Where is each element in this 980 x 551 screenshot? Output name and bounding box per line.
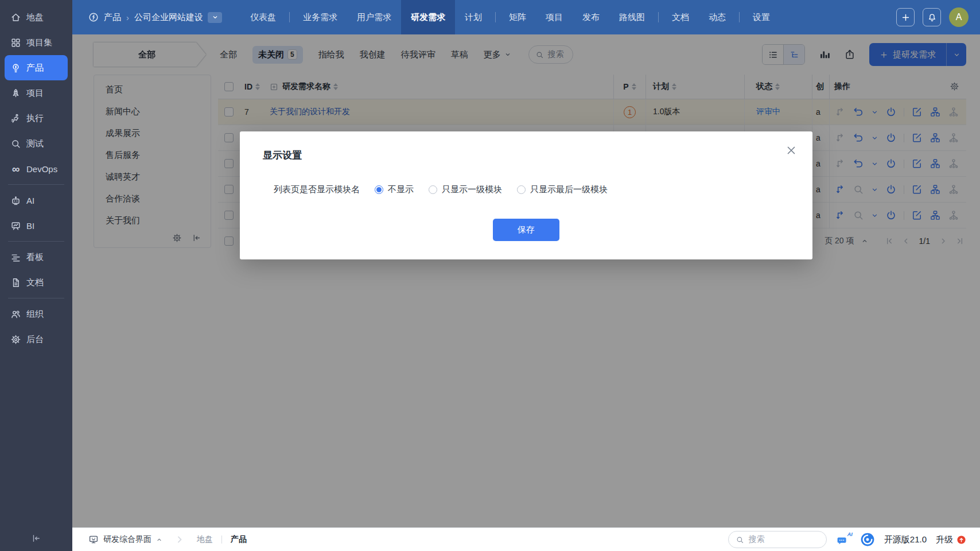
radio-last-level-module[interactable]: 只显示最后一级模块 xyxy=(517,184,608,195)
ai-assistant-icon[interactable]: AI xyxy=(836,533,851,546)
content-area: 全部 全部 未关闭5 指给我 我创建 待我评审 草稿 更多 搜索 xyxy=(72,34,980,527)
navbar-actions: A xyxy=(896,7,969,27)
chevron-up-icon xyxy=(156,537,162,543)
tab-doc[interactable]: 文档 xyxy=(662,0,699,34)
sidebar-item-kanban[interactable]: 看板 xyxy=(5,245,68,270)
radio-icon xyxy=(375,185,383,194)
sidebar-item-org[interactable]: 组织 xyxy=(5,301,68,327)
sidebar-item-project[interactable]: 项目 xyxy=(5,80,68,106)
sidebar-item-qa[interactable]: 测试 xyxy=(5,131,68,156)
qa-magnifier-icon xyxy=(10,138,21,149)
sidebar-divider xyxy=(8,241,64,242)
people-icon xyxy=(10,309,21,320)
field-label: 列表页是否显示模块名 xyxy=(274,184,360,195)
save-button[interactable]: 保存 xyxy=(493,219,559,241)
sidebar-item-home[interactable]: 地盘 xyxy=(5,5,68,30)
close-icon[interactable] xyxy=(785,144,798,157)
notifications-button[interactable] xyxy=(923,8,941,26)
zentao-app: 地盘 项目集 产品 项目 执行 测试 ∞DevOps AI BI 看板 文档 组… xyxy=(0,0,980,551)
gear-icon xyxy=(10,334,21,345)
tab-dynamics[interactable]: 动态 xyxy=(699,0,736,34)
sidebar-item-execution[interactable]: 执行 xyxy=(5,106,68,131)
execution-runner-icon xyxy=(10,113,21,124)
search-icon xyxy=(736,536,744,544)
monitor-icon xyxy=(88,534,99,545)
tab-project[interactable]: 项目 xyxy=(536,0,573,34)
project-switcher-chevron[interactable] xyxy=(208,12,222,23)
radio-label: 只显示最后一级模块 xyxy=(530,184,608,195)
app-switcher[interactable]: 研发综合界面 xyxy=(88,534,162,545)
sidebar-item-label: 执行 xyxy=(26,113,44,124)
sidebar-item-label: 项目集 xyxy=(26,37,52,48)
tab-matrix[interactable]: 矩阵 xyxy=(499,0,536,34)
upgrade-link[interactable]: 升级 xyxy=(936,534,966,545)
tab-user-requirements[interactable]: 用户需求 xyxy=(347,0,401,34)
project-rocket-icon xyxy=(10,88,21,99)
radio-icon xyxy=(517,185,526,194)
sidebar-item-product[interactable]: 产品 xyxy=(5,55,68,80)
sidebar-item-program[interactable]: 项目集 xyxy=(5,30,68,55)
sidebar-item-admin[interactable]: 后台 xyxy=(5,327,68,352)
bottom-crumb-product[interactable]: 产品 xyxy=(231,534,247,545)
sidebar-item-label: 组织 xyxy=(26,309,44,320)
bottom-bar: 研发综合界面 地盘 产品 搜索 AI 开源版21.0 升级 xyxy=(72,527,980,551)
plus-icon xyxy=(901,13,911,22)
upgrade-badge-icon xyxy=(956,535,966,545)
tab-divider xyxy=(658,12,659,22)
crumb-divider xyxy=(221,536,222,544)
sidebar-item-label: BI xyxy=(26,221,34,231)
modal-overlay[interactable] xyxy=(72,34,980,527)
main-sidebar: 地盘 项目集 产品 项目 执行 测试 ∞DevOps AI BI 看板 文档 组… xyxy=(0,0,72,551)
navbar-tabs: 仪表盘 业务需求 用户需求 研发需求 计划 矩阵 项目 发布 路线图 文档 动态… xyxy=(240,0,896,34)
radio-label: 只显示一级模块 xyxy=(442,184,502,195)
tab-settings[interactable]: 设置 xyxy=(743,0,780,34)
collapse-left-icon[interactable] xyxy=(31,533,41,544)
chevron-down-icon xyxy=(212,14,219,21)
kanban-icon xyxy=(10,252,21,263)
radio-icon xyxy=(429,185,437,194)
global-create-button[interactable] xyxy=(896,8,915,26)
zentao-logo-icon[interactable] xyxy=(860,532,875,547)
bottom-crumb-home[interactable]: 地盘 xyxy=(197,534,213,545)
sidebar-item-label: 测试 xyxy=(26,138,44,149)
sidebar-divider xyxy=(8,298,64,298)
sidebar-item-label: AI xyxy=(26,196,34,205)
sidebar-item-label: 看板 xyxy=(26,252,44,263)
sidebar-item-devops[interactable]: ∞DevOps xyxy=(5,156,68,181)
tab-dashboard[interactable]: 仪表盘 xyxy=(240,0,286,34)
robot-icon xyxy=(10,195,21,206)
global-search-input[interactable]: 搜索 xyxy=(728,531,827,548)
doc-icon xyxy=(10,277,21,288)
breadcrumb-section[interactable]: 产品 xyxy=(104,12,121,23)
tab-divider xyxy=(495,12,496,22)
sidebar-item-doc[interactable]: 文档 xyxy=(5,270,68,295)
sidebar-item-label: 地盘 xyxy=(26,12,44,23)
modal-title: 显示设置 xyxy=(263,149,302,162)
tab-business-requirements[interactable]: 业务需求 xyxy=(293,0,347,34)
radio-no-display[interactable]: 不显示 xyxy=(375,184,414,195)
sidebar-item-label: 产品 xyxy=(26,63,44,73)
version-label: 开源版21.0 xyxy=(884,534,927,545)
product-bulb-icon xyxy=(10,63,21,73)
infinity-icon: ∞ xyxy=(10,164,21,174)
sidebar-item-ai[interactable]: AI xyxy=(5,188,68,213)
tab-roadmap[interactable]: 路线图 xyxy=(609,0,655,34)
avatar[interactable]: A xyxy=(949,7,969,27)
sidebar-item-label: 后台 xyxy=(26,334,44,345)
sidebar-item-label: DevOps xyxy=(26,164,57,174)
sidebar-item-bi[interactable]: BI xyxy=(5,213,68,238)
bi-board-icon xyxy=(10,220,21,231)
bell-icon xyxy=(927,13,937,22)
upgrade-label: 升级 xyxy=(936,534,953,545)
home-icon xyxy=(10,12,21,23)
sidebar-item-label: 文档 xyxy=(26,277,44,288)
breadcrumb: 产品 › 公司企业网站建设 xyxy=(88,11,222,23)
tab-divider xyxy=(739,12,740,22)
tab-release[interactable]: 发布 xyxy=(573,0,609,34)
product-icon xyxy=(88,11,99,23)
tab-dev-requirements[interactable]: 研发需求 xyxy=(401,0,455,34)
tab-plan[interactable]: 计划 xyxy=(455,0,492,34)
radio-first-level-module[interactable]: 只显示一级模块 xyxy=(429,184,502,195)
radio-label: 不显示 xyxy=(388,184,414,195)
breadcrumb-project[interactable]: 公司企业网站建设 xyxy=(134,12,203,23)
